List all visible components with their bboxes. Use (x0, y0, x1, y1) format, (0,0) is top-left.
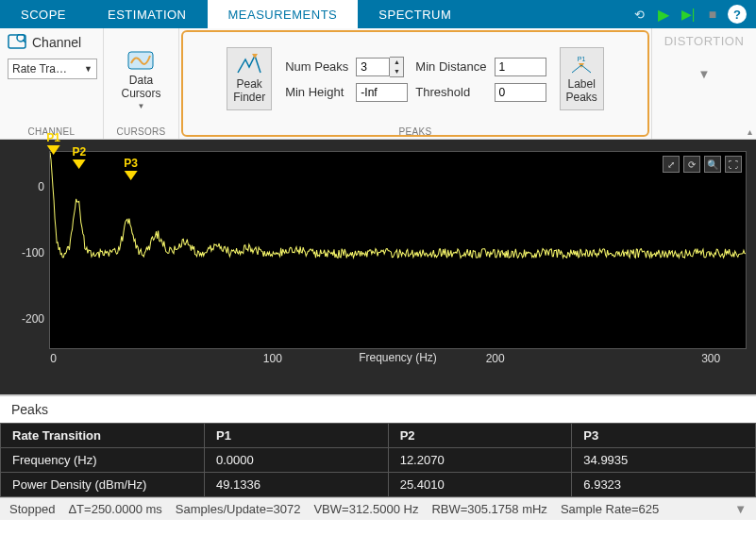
threshold-label: Threshold (415, 85, 486, 99)
chevron-down-icon: ▼ (138, 102, 145, 110)
status-rbw: RBW=305.1758 mHz (431, 502, 546, 516)
xtick: 200 (486, 352, 505, 365)
status-srate: Sample Rate=625 (561, 502, 659, 516)
spin-up-icon[interactable]: ▲ (390, 58, 403, 67)
group-label-peaks: PEAKS (399, 126, 432, 137)
peak-finder-label: Peak Finder (233, 77, 265, 104)
channel-label: Channel (32, 35, 81, 50)
min-distance-input[interactable] (495, 58, 546, 76)
channel-select[interactable]: Rate Tra… ▼ (8, 59, 97, 79)
xtick: 300 (701, 352, 720, 365)
label-peaks-button[interactable]: P1 Label Peaks (560, 47, 604, 110)
svg-marker-4 (252, 54, 258, 59)
plot-frame[interactable]: ⤢ ⟳ 🔍 ⛶ 0 -100 -200 0 100 200 300 P1 P2 … (49, 151, 747, 349)
tab-estimation[interactable]: ESTIMATION (87, 0, 207, 28)
table-row: Power Density (dBm/Hz) 49.1336 25.4010 6… (1, 473, 756, 497)
rewind-button[interactable]: ⟲ (630, 5, 648, 24)
col-rate-transition: Rate Transition (1, 424, 205, 448)
min-height-input[interactable] (356, 83, 408, 102)
plot-xlabel: Frequency (Hz) (49, 351, 747, 364)
spin-down-icon[interactable]: ▼ (390, 67, 403, 76)
cursors-label: Data Cursors (121, 74, 160, 100)
peaks-section: Peaks Rate Transition P1 P2 P3 Frequency… (0, 394, 756, 497)
peak-marker-p3[interactable]: P3 (124, 157, 138, 180)
status-state: Stopped (9, 502, 55, 516)
num-peaks-field[interactable] (356, 58, 390, 76)
group-peaks: Peak Finder Num Peaks ▲▼ Min Distance Mi… (179, 28, 652, 139)
col-p2: P2 (388, 424, 572, 448)
ytick: 0 (12, 180, 44, 193)
label-peaks-icon: P1 (568, 54, 595, 75)
chevron-down-icon[interactable]: ▼ (698, 67, 711, 81)
help-button[interactable]: ? (728, 5, 747, 24)
min-height-label: Min Height (285, 85, 348, 99)
stop-button[interactable]: ■ (703, 5, 722, 24)
status-spu: Samples/Update=3072 (176, 502, 301, 516)
status-dt: ΔT=250.0000 ms (68, 502, 161, 516)
data-cursors-button[interactable]: Data Cursors ▼ (121, 47, 160, 110)
peak-finder-icon (236, 54, 262, 75)
num-peaks-label: Num Peaks (285, 59, 348, 74)
xtick: 100 (263, 352, 282, 365)
label-peaks-label: Label Peaks (566, 77, 597, 104)
ribbon: Channel Rate Tra… ▼ CHANNEL Data Cursors… (0, 28, 756, 140)
run-button[interactable]: ▶ (654, 5, 673, 24)
ytick: -100 (12, 246, 44, 259)
status-bar: Stopped ΔT=250.0000 ms Samples/Update=30… (0, 497, 756, 520)
col-p3: P3 (572, 424, 756, 448)
tab-measurements[interactable]: MEASUREMENTS (208, 0, 359, 28)
ytick: -200 (12, 312, 44, 326)
distortion-label: DISTORTION (664, 34, 745, 48)
plot-area: dBm / Hz (dBm/Hz) ⤢ ⟳ 🔍 ⛶ 0 -100 -200 0 … (0, 140, 756, 394)
group-distortion: DISTORTION ▼ (652, 28, 756, 139)
cursors-icon (126, 47, 155, 72)
min-distance-label: Min Distance (415, 59, 486, 74)
col-p1: P1 (205, 424, 389, 448)
peak-fields: Num Peaks ▲▼ Min Distance Min Height Thr… (285, 57, 546, 102)
tab-scope[interactable]: SCOPE (0, 0, 87, 28)
peak-finder-button[interactable]: Peak Finder (227, 47, 272, 110)
channel-select-value: Rate Tra… (12, 62, 67, 75)
peaks-section-title: Peaks (0, 394, 756, 423)
status-dropdown-icon[interactable]: ▼ (734, 502, 747, 516)
signal-trace (50, 152, 746, 348)
sim-controls: ⟲ ▶ ▶| ■ ? (630, 0, 756, 28)
peak-marker-p1[interactable]: P1 (46, 131, 60, 155)
status-vbw: VBW=312.5000 Hz (313, 502, 418, 516)
num-peaks-input[interactable]: ▲▼ (356, 57, 408, 77)
peak-marker-p2[interactable]: P2 (73, 145, 87, 169)
svg-text:P1: P1 (578, 56, 586, 62)
toolstrip-tabbar: SCOPE ESTIMATION MEASUREMENTS SPECTRUM ⟲… (0, 0, 756, 28)
group-channel: Channel Rate Tra… ▼ CHANNEL (0, 28, 104, 139)
channel-button[interactable]: Channel (8, 34, 81, 51)
step-button[interactable]: ▶| (679, 5, 697, 24)
xtick: 0 (50, 352, 57, 365)
table-header-row: Rate Transition P1 P2 P3 (1, 424, 756, 448)
channel-icon (8, 34, 26, 51)
group-label-cursors: CURSORS (116, 126, 165, 137)
chevron-down-icon: ▼ (84, 64, 92, 74)
tab-spectrum[interactable]: SPECTRUM (358, 0, 472, 28)
group-cursors: Data Cursors ▼ CURSORS (104, 28, 179, 139)
threshold-input[interactable] (495, 83, 546, 102)
table-row: Frequency (Hz) 0.0000 12.2070 34.9935 (1, 448, 756, 473)
peaks-table: Rate Transition P1 P2 P3 Frequency (Hz) … (0, 423, 756, 497)
ribbon-expand-icon[interactable]: ▴ (748, 126, 752, 137)
